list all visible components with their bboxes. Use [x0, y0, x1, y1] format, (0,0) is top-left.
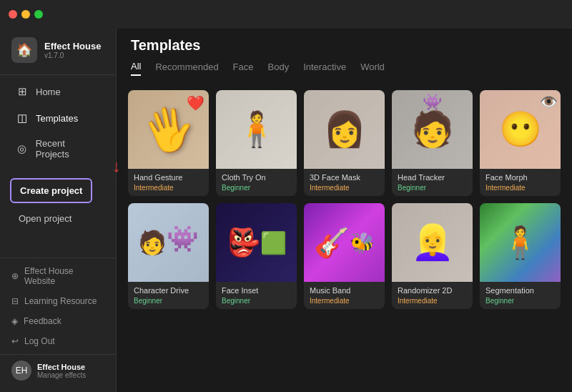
template-name-face-inset: Face Inset	[222, 286, 291, 295]
feedback-icon: ◈	[11, 316, 18, 326]
template-level-head-tracker: Beginner	[398, 184, 467, 192]
template-card-cloth-try-on[interactable]: 🧍 Cloth Try On Beginner	[216, 90, 297, 196]
template-name-head-tracker: Head Tracker	[398, 173, 467, 182]
sidebar-item-home[interactable]: ⊞ Home	[4, 79, 112, 104]
open-project-button[interactable]: Open project	[10, 209, 80, 228]
minimize-button[interactable]	[21, 10, 30, 19]
template-card-3d-face-mask[interactable]: 👩 3D Face Mask Intermediate	[304, 90, 385, 196]
template-info-head-tracker: Head Tracker Beginner	[392, 169, 473, 196]
app-name: Effect House	[44, 41, 101, 52]
template-thumb-face-morph: 😶👁️	[480, 90, 561, 169]
sidebar-item-learning[interactable]: ⊟ Learning Resource	[0, 291, 116, 311]
tab-recommended[interactable]: Recommended	[155, 62, 218, 75]
sidebar-bottom: ⊕ Effect House Website ⊟ Learning Resour…	[0, 255, 116, 392]
template-info-segmentation: Segmentation Beginner	[480, 282, 561, 309]
template-thumb-randomizer-2d: 👱‍♀️	[392, 203, 473, 282]
tab-face[interactable]: Face	[233, 62, 254, 75]
sidebar-item-logout[interactable]: ↩ Log Out	[0, 331, 116, 351]
learning-icon: ⊟	[11, 296, 19, 306]
template-info-music-band: Music Band Intermediate	[304, 282, 385, 309]
logo-text: Effect House v1.7.0	[44, 41, 101, 59]
template-card-segmentation[interactable]: 🧍 Segmentation Beginner	[480, 203, 561, 309]
template-level-segmentation: Beginner	[485, 297, 555, 305]
templates-grid: 🖐️❤️ Hand Gesture Intermediate 🧍 Cloth T…	[117, 82, 572, 392]
user-name: Effect House	[37, 363, 86, 371]
sidebar-divider-1	[0, 74, 116, 75]
sidebar-item-recent-label: Recent Projects	[36, 138, 100, 160]
website-icon: ⊕	[11, 271, 19, 281]
arrow-indicator: ↓	[0, 47, 2, 66]
template-card-music-band[interactable]: 🎸🐝 Music Band Intermediate	[304, 203, 385, 309]
user-avatar: EH	[11, 361, 31, 381]
template-thumb-face-inset: 👺🟩	[216, 203, 297, 282]
template-thumb-cloth-try-on: 🧍	[216, 90, 297, 169]
template-name-3d-face-mask: 3D Face Mask	[310, 173, 379, 182]
template-level-cloth-try-on: Beginner	[222, 184, 291, 192]
recent-icon: ◎	[16, 142, 29, 155]
tab-interactive[interactable]: Interactive	[303, 62, 346, 75]
template-info-randomizer-2d: Randomizer 2D Intermediate	[392, 282, 473, 309]
template-level-3d-face-mask: Intermediate	[310, 184, 379, 192]
main-header: Templates All Recommended Face Body Inte…	[117, 29, 572, 82]
template-card-randomizer-2d[interactable]: 👱‍♀️ Randomizer 2D Intermediate	[392, 203, 473, 309]
create-project-button[interactable]: Create project	[10, 178, 92, 203]
main-content: Templates All Recommended Face Body Inte…	[117, 0, 572, 392]
template-level-face-morph: Intermediate	[485, 184, 555, 192]
templates-icon: ◫	[16, 112, 29, 124]
template-name-cloth-try-on: Cloth Try On	[222, 173, 291, 182]
user-profile[interactable]: EH Effect House Manage effects	[0, 354, 116, 386]
sidebar-item-templates[interactable]: ◫ Templates	[4, 105, 112, 131]
template-info-face-inset: Face Inset Beginner	[216, 282, 297, 309]
template-thumb-music-band: 🎸🐝	[304, 203, 385, 282]
sidebar-nav: ⊞ Home ◫ Templates ◎ Recent Projects Cre…	[0, 78, 116, 255]
sidebar-item-feedback[interactable]: ◈ Feedback	[0, 311, 116, 331]
sidebar-item-recent[interactable]: ◎ Recent Projects	[4, 132, 112, 166]
home-icon: ⊞	[16, 85, 29, 98]
sidebar-feedback-label: Feedback	[24, 316, 61, 326]
template-name-face-morph: Face Morph	[485, 173, 555, 182]
template-level-hand-gesture: Intermediate	[134, 184, 203, 192]
template-card-character-drive[interactable]: 🧑👾 Character Drive Beginner	[128, 203, 209, 309]
traffic-lights	[9, 10, 43, 19]
template-info-cloth-try-on: Cloth Try On Beginner	[216, 169, 297, 196]
template-level-face-inset: Beginner	[222, 297, 291, 305]
template-card-face-morph[interactable]: 😶👁️ Face Morph Intermediate	[480, 90, 561, 196]
template-name-music-band: Music Band	[310, 286, 379, 295]
template-info-3d-face-mask: 3D Face Mask Intermediate	[304, 169, 385, 196]
template-info-face-morph: Face Morph Intermediate	[480, 169, 561, 196]
logo-icon: 🏠	[11, 37, 37, 63]
tab-all[interactable]: All	[131, 61, 141, 76]
tab-world[interactable]: World	[360, 62, 385, 75]
template-thumb-character-drive: 🧑👾	[128, 203, 209, 282]
page-title: Templates	[131, 37, 558, 54]
template-card-face-inset[interactable]: 👺🟩 Face Inset Beginner	[216, 203, 297, 309]
template-thumb-hand-gesture: 🖐️❤️	[128, 90, 209, 169]
template-name-hand-gesture: Hand Gesture	[134, 173, 203, 182]
user-subtitle: Manage effects	[37, 371, 86, 379]
user-info: Effect House Manage effects	[37, 363, 86, 379]
app-version: v1.7.0	[44, 52, 101, 59]
logo-area: 🏠 Effect House v1.7.0	[0, 29, 116, 72]
sidebar-item-home-label: Home	[36, 87, 61, 97]
close-button[interactable]	[9, 10, 17, 19]
template-card-hand-gesture[interactable]: 🖐️❤️ Hand Gesture Intermediate	[128, 90, 209, 196]
sidebar-learning-label: Learning Resource	[24, 296, 97, 306]
avatar-initials: EH	[16, 366, 28, 376]
template-name-character-drive: Character Drive	[134, 286, 203, 295]
logout-icon: ↩	[11, 336, 19, 346]
template-info-character-drive: Character Drive Beginner	[128, 282, 209, 309]
tab-body[interactable]: Body	[268, 62, 290, 75]
template-thumb-head-tracker: 🧑👾	[392, 90, 473, 169]
template-thumb-segmentation: 🧍	[480, 203, 561, 282]
sidebar-item-templates-label: Templates	[36, 113, 78, 124]
sidebar-divider-2	[0, 258, 116, 258]
filter-tabs: All Recommended Face Body Interactive Wo…	[131, 61, 558, 76]
sidebar-item-website[interactable]: ⊕ Effect House Website	[0, 261, 116, 291]
template-level-character-drive: Beginner	[134, 297, 203, 305]
title-bar	[0, 0, 572, 29]
template-level-music-band: Intermediate	[310, 297, 379, 305]
template-thumb-3d-face-mask: 👩	[304, 90, 385, 169]
sidebar-logout-label: Log Out	[24, 336, 55, 346]
maximize-button[interactable]	[34, 10, 43, 19]
template-card-head-tracker[interactable]: 🧑👾 Head Tracker Beginner	[392, 90, 473, 196]
